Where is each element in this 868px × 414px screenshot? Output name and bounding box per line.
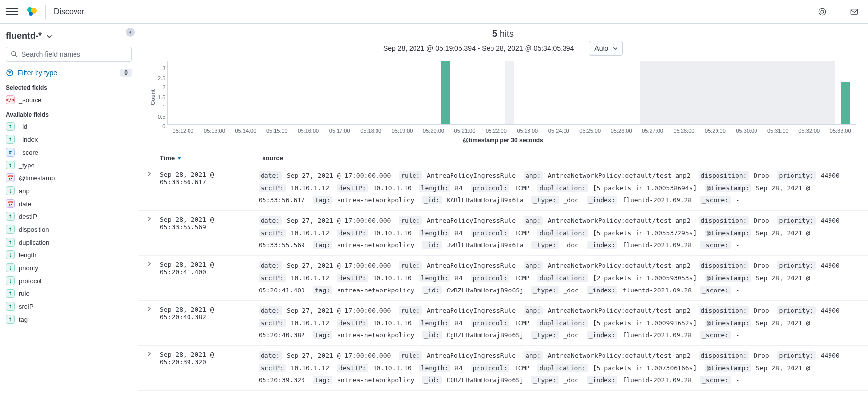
expand-row-button[interactable] [146, 170, 160, 207]
source-field-key: srcIP: [259, 274, 286, 282]
source-field-value: - [732, 196, 740, 204]
field-type-icon: t [6, 122, 15, 131]
source-field-value: 10.10.1.12 [287, 274, 333, 282]
source-field-key: anp: [524, 261, 543, 270]
source-field-value: antrea-networkpolicy [333, 331, 418, 339]
source-field-key: length: [419, 229, 451, 237]
row-timestamp: Sep 28, 2021 @ 05:20:40.382 [160, 305, 259, 341]
expand-row-button[interactable] [146, 350, 160, 386]
source-field-value: 44900 [817, 217, 840, 224]
source-field-key: priority: [777, 351, 815, 360]
interval-select[interactable]: Auto [589, 41, 623, 56]
field-item[interactable]: t_id [4, 120, 134, 133]
field-item[interactable]: tduplication [4, 236, 134, 248]
field-search-input-wrap[interactable] [6, 47, 132, 62]
menu-toggle-button[interactable] [6, 8, 18, 15]
field-type-icon: # [6, 148, 15, 157]
source-field-key: disposition: [699, 171, 749, 180]
source-field-key: _id: [422, 286, 441, 294]
histogram-chart[interactable]: Count 32.521.510.50 05:12:0005:13:0005:1… [138, 56, 868, 150]
source-field-key: destIP: [337, 364, 368, 372]
chart-brush-selection[interactable] [640, 61, 835, 124]
field-item[interactable]: ttag [4, 313, 134, 326]
field-search-input[interactable] [21, 50, 127, 58]
source-field-key: date: [259, 171, 282, 180]
chart-bar[interactable] [841, 82, 850, 124]
source-field-key: srcIP: [259, 229, 286, 237]
collapse-sidebar-button[interactable] [126, 28, 135, 37]
help-icon[interactable] [814, 4, 830, 20]
source-field-value: 84 [451, 229, 466, 237]
source-field-value: [5 packets in 1.007306166s] [589, 364, 701, 372]
field-item[interactable]: tlength [4, 248, 134, 261]
index-pattern-select[interactable]: fluentd-* [4, 28, 134, 47]
filter-by-type-button[interactable]: Filter by type 0 [4, 66, 134, 80]
row-timestamp: Sep 28, 2021 @ 05:33:55.569 [160, 215, 259, 251]
column-time-header[interactable]: Time [160, 154, 259, 162]
source-field-key: destIP: [337, 229, 368, 237]
source-field-key: date: [259, 306, 282, 315]
svg-point-6 [12, 52, 16, 56]
field-name-label: _id [19, 123, 27, 130]
source-field-key: tag: [313, 241, 332, 249]
chart-bar[interactable] [441, 61, 450, 124]
field-item[interactable]: tpriority [4, 261, 134, 274]
source-field-value: fluentd-2021.09.28 [618, 241, 696, 248]
source-field-key: _type: [531, 376, 559, 384]
source-field-value: _doc [560, 241, 583, 248]
chart-plot-area[interactable] [167, 61, 856, 125]
elastic-logo-icon[interactable] [26, 6, 38, 18]
row-source: date: Sep 27, 2021 @ 17:00:00.000 rule: … [259, 260, 860, 296]
field-item[interactable]: #_score [4, 146, 134, 159]
source-field-key: duplication: [537, 364, 588, 372]
field-type-icon: t [6, 161, 15, 169]
source-field-value: CwBZLHwBmHorwjB9o6Sj [443, 287, 528, 294]
source-field-key: date: [259, 216, 282, 225]
source-field-value: 10.10.1.12 [287, 364, 333, 372]
field-item[interactable]: t_index [4, 133, 134, 146]
source-field-value: Sep 27, 2021 @ 17:00:00.000 [283, 217, 395, 224]
field-item[interactable]: 📅date [4, 197, 134, 210]
field-item[interactable]: tsrcIP [4, 300, 134, 313]
source-field-value: - [732, 331, 740, 339]
field-item[interactable]: </>_source [4, 93, 134, 106]
field-name-label: _index [19, 136, 38, 143]
source-field-value: [5 packets in 1.000991652s] [589, 319, 701, 327]
expand-row-button[interactable] [146, 305, 160, 341]
source-field-key: protocol: [471, 364, 509, 372]
field-name-label: duplication [19, 239, 49, 246]
field-item[interactable]: t_type [4, 159, 134, 171]
table-row: Sep 28, 2021 @ 05:20:41.400date: Sep 27,… [138, 256, 868, 301]
field-item[interactable]: tdestIP [4, 210, 134, 223]
expand-row-button[interactable] [146, 215, 160, 251]
source-field-key: tag: [313, 376, 332, 384]
field-item[interactable]: 📅@timestamp [4, 171, 134, 184]
x-axis-label: @timestamp per 30 seconds [150, 134, 856, 150]
search-icon [10, 50, 18, 58]
hit-count: 5 hits [138, 24, 868, 41]
source-field-value: - [732, 376, 740, 384]
chevron-down-icon [46, 33, 53, 40]
expand-row-button[interactable] [146, 260, 160, 296]
field-item[interactable]: trule [4, 287, 134, 300]
source-field-value: AntreaNetworkPolicy:default/test-anp2 [544, 172, 694, 179]
field-name-label: @timestamp [19, 174, 55, 182]
field-item[interactable]: tprotocol [4, 274, 134, 287]
mail-icon[interactable] [846, 4, 862, 20]
field-item[interactable]: tanp [4, 184, 134, 197]
source-field-value: fluentd-2021.09.28 [618, 331, 696, 339]
field-type-icon: t [6, 186, 15, 195]
source-field-value: Sep 27, 2021 @ 17:00:00.000 [283, 307, 395, 314]
source-field-key: duplication: [537, 274, 588, 282]
source-field-key: anp: [524, 306, 543, 315]
source-field-key: _type: [531, 331, 559, 339]
source-field-key: destIP: [337, 184, 368, 192]
source-field-key: _type: [531, 196, 559, 204]
source-field-key: length: [419, 319, 451, 327]
source-field-value: AntreaPolicyIngressRule [423, 352, 520, 359]
source-field-key: _index: [587, 241, 618, 249]
source-field-value: - [732, 241, 740, 248]
field-item[interactable]: tdisposition [4, 223, 134, 236]
column-source-header[interactable]: _source [259, 154, 860, 162]
field-name-label: srcIP [19, 303, 34, 310]
